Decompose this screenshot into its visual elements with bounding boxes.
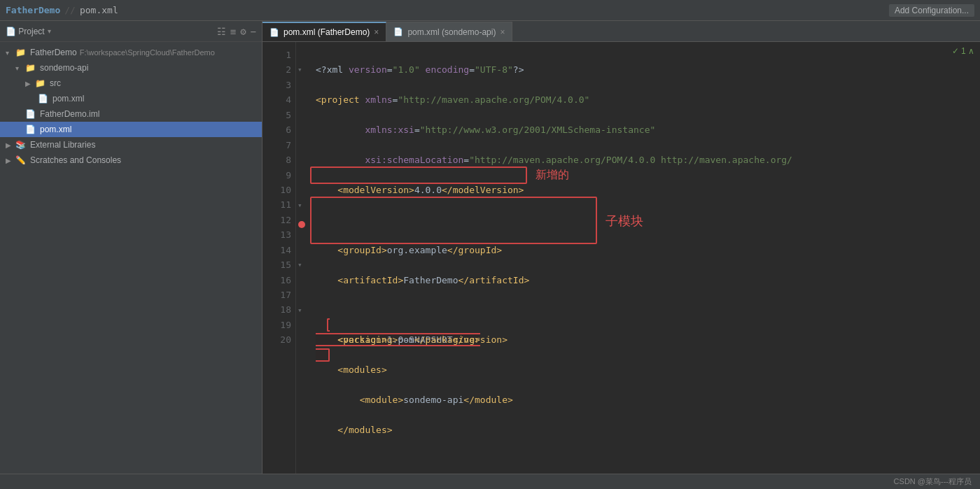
expand-arrow: ▾ — [6, 49, 15, 57]
expand-arrow: ▶ — [25, 80, 35, 87]
line-numbers: 1 2 3 4 5 6 7 8 9 10 11 12 13 14 15 16 1… — [262, 42, 296, 474]
tree-item-src[interactable]: ▶ 📁 src — [0, 76, 262, 91]
settings-icon[interactable]: ⚙ — [240, 26, 246, 37]
tab-pom-sondemo[interactable]: 📄 pom.xml (sondemo-api) × — [386, 22, 512, 41]
tab-label-2: pom.xml (sondemo-api) — [407, 27, 496, 37]
xml-file-icon: 📄 — [38, 94, 50, 104]
expand-arrow: ▾ — [15, 64, 25, 72]
code-editor: 1 2 3 4 5 6 7 8 9 10 11 12 13 14 15 16 1… — [262, 42, 980, 474]
title-bar: FatherDemo // pom.xml Add Configuration.… — [0, 0, 980, 21]
ext-lib-icon: 📚 — [15, 140, 28, 150]
tree-label: FatherDemo — [30, 48, 77, 57]
tab-close-1[interactable]: × — [374, 27, 379, 37]
breakpoint-dot — [298, 215, 305, 234]
code-line-5: <modelVersion>4.0.0</modelVersion> — [310, 183, 980, 197]
code-line-8: <artifactId>FatherDemo</artifactId> — [310, 273, 980, 288]
sondemo-api-label: sondemo-api — [40, 63, 88, 73]
tab-pom-father[interactable]: 📄 pom.xml (FatherDemo) × — [262, 22, 386, 41]
sidebar-icons: ☷ ≡ ⚙ − — [217, 26, 256, 37]
csdn-watermark: CSDN @菜鸟---程序员 — [894, 476, 972, 487]
scratch-icon: ✏️ — [15, 155, 28, 165]
gutter: ▾ ▾ ▾ ▾ — [296, 42, 310, 474]
tab-label-1: pom.xml (FatherDemo) — [284, 27, 370, 37]
code-line-12: <module>sondemo-api</module> — [310, 392, 980, 407]
code-line-2: <project xmlns="http://maven.apache.org/… — [310, 92, 980, 107]
sync-icon[interactable]: ☷ — [217, 26, 226, 37]
tree-item-pom-child[interactable]: 📄 pom.xml — [0, 91, 262, 106]
tab-xml-icon-2: 📄 — [393, 27, 403, 36]
scratches-label: Scratches and Consoles — [30, 155, 121, 165]
code-line-6 — [310, 213, 980, 227]
src-label: src — [50, 78, 61, 88]
title-sep: // — [64, 5, 76, 15]
code-line-1: <?xml version="1.0" encoding="UTF-8"?> — [310, 62, 980, 77]
add-config-button[interactable]: Add Configuration... — [889, 4, 974, 17]
fold-marker-15[interactable]: ▾ — [298, 259, 302, 271]
iml-file-icon: 📄 — [25, 109, 38, 119]
tree-item-pom-root[interactable]: 📄 pom.xml — [0, 122, 262, 137]
folder-icon: 📁 — [15, 48, 28, 57]
fold-marker-11[interactable]: ▾ — [298, 199, 302, 212]
tree-item-ext-libs[interactable]: ▶ 📚 External Libraries — [0, 137, 262, 153]
title-bar-right: Add Configuration... — [889, 4, 974, 17]
ext-libs-label: External Libraries — [30, 140, 95, 150]
tab-xml-icon: 📄 — [270, 28, 279, 37]
sidebar: 📄 Project ▾ ☷ ≡ ⚙ − ▾ 📁 FatherDemo F:\wo… — [0, 21, 262, 474]
pom-root-label: pom.xml — [40, 125, 71, 134]
collapse-icon[interactable]: ≡ — [230, 26, 236, 37]
iml-label: FatherDemo.iml — [40, 109, 99, 119]
code-content[interactable]: <?xml version="1.0" encoding="UTF-8"?> <… — [310, 42, 980, 474]
sidebar-tree: ▾ 📁 FatherDemo F:\workspace\SpringCloud\… — [0, 42, 262, 474]
minimize-icon[interactable]: − — [251, 26, 256, 37]
src-folder-icon: 📁 — [35, 78, 48, 88]
project-label: 📄 Project — [6, 27, 45, 36]
tree-item-sondemo-api[interactable]: ▾ 📁 sondemo-api — [0, 60, 262, 76]
fold-marker-18[interactable]: ▾ — [298, 304, 302, 317]
module-folder-icon: 📁 — [25, 63, 38, 73]
pom-child-label: pom.xml — [52, 94, 84, 104]
tree-item-scratches[interactable]: ▶ ✏️ Scratches and Consoles — [0, 153, 262, 168]
dropdown-arrow[interactable]: ▾ — [48, 27, 51, 35]
code-line-13: </modules> — [310, 423, 980, 437]
tree-item-fatherdemo-iml[interactable]: 📄 FatherDemo.iml — [0, 106, 262, 122]
editor-tabs: 📄 pom.xml (FatherDemo) × 📄 pom.xml (sond… — [262, 21, 980, 42]
xml-root-icon: 📄 — [25, 125, 38, 134]
app-logo: FatherDemo — [6, 5, 60, 15]
tab-close-2[interactable]: × — [500, 27, 505, 37]
sidebar-title: 📄 Project ▾ — [6, 27, 51, 36]
code-line-7: <groupId>org.example</groupId> — [310, 243, 980, 257]
title-bar-left: FatherDemo // pom.xml — [6, 5, 118, 15]
code-line-4: xsi:schemaLocation="http://maven.apache.… — [310, 153, 980, 167]
code-line-9: <packaging>pom</packaging> 新增的 — [310, 302, 980, 317]
title-file: pom.xml — [80, 5, 118, 15]
fold-marker-2[interactable]: ▾ — [298, 64, 302, 76]
tree-item-fatherdemo[interactable]: ▾ 📁 FatherDemo F:\workspace\SpringCloud\… — [0, 45, 262, 60]
expand-arrow: ▶ — [6, 157, 15, 164]
expand-arrow: ▶ — [6, 141, 15, 149]
code-line-3: xmlns:xsi="http://www.w3.org/2001/XMLSch… — [310, 122, 980, 137]
main-layout: 📄 Project ▾ ☷ ≡ ⚙ − ▾ 📁 FatherDemo F:\wo… — [0, 21, 980, 474]
status-bar: CSDN @菜鸟---程序员 — [0, 474, 980, 489]
code-line-14 — [310, 453, 980, 467]
code-line-11: <modules> — [310, 362, 980, 377]
project-path: F:\workspace\SpringCloud\FatherDemo — [80, 48, 215, 57]
editor-area: 📄 pom.xml (FatherDemo) × 📄 pom.xml (sond… — [262, 21, 980, 474]
sidebar-header: 📄 Project ▾ ☷ ≡ ⚙ − — [0, 21, 262, 42]
